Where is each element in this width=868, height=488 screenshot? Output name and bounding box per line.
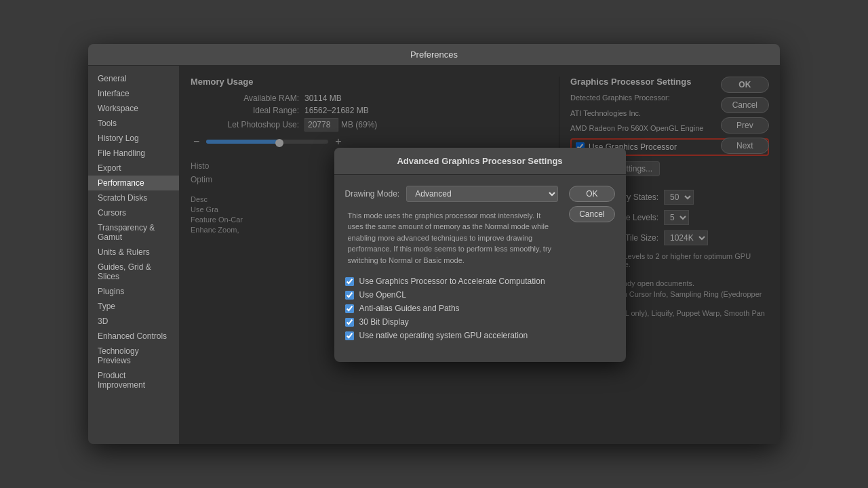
checkbox-opencl-label: Use OpenCL (359, 290, 406, 300)
window-title: Preferences (410, 49, 458, 60)
checkbox-antialias[interactable] (345, 304, 354, 313)
drawing-mode-select[interactable]: Basic Normal Advanced (406, 186, 558, 202)
checkbox-opencl[interactable] (345, 291, 354, 300)
sidebar-item-scratch-disks[interactable]: Scratch Disks (88, 190, 179, 205)
sidebar-item-guides-grid[interactable]: Guides, Grid & Slices (88, 260, 179, 284)
sidebar-item-export[interactable]: Export (88, 161, 179, 176)
checkbox-accelerate[interactable] (345, 277, 354, 286)
prefs-body: OK Cancel Prev Next Memory Usage Availab… (180, 66, 780, 444)
checkbox-native-gpu-label: Use native operating system GPU accelera… (359, 331, 528, 340)
checkbox-accelerate-label: Use Graphics Processor to Accelerate Com… (359, 277, 545, 286)
dialog-cancel-button[interactable]: Cancel (569, 206, 614, 222)
title-bar: Preferences (88, 44, 780, 66)
sidebar-item-tools[interactable]: Tools (88, 116, 179, 131)
sidebar-item-type[interactable]: Type (88, 299, 179, 314)
sidebar-item-interface[interactable]: Interface (88, 86, 179, 101)
check-row-4: Use native operating system GPU accelera… (345, 331, 559, 340)
sidebar-item-plugins[interactable]: Plugins (88, 284, 179, 299)
check-row-1: Use OpenCL (345, 290, 559, 300)
drawing-mode-label: Drawing Mode: (345, 189, 400, 199)
checkbox-30bit[interactable] (345, 318, 354, 327)
sidebar-item-enhanced-controls[interactable]: Enhanced Controls (88, 329, 179, 344)
check-row-0: Use Graphics Processor to Accelerate Com… (345, 277, 559, 286)
sidebar-item-technology-previews[interactable]: Technology Previews (88, 344, 179, 368)
check-row-2: Anti-alias Guides and Paths (345, 304, 559, 313)
sidebar-item-cursors[interactable]: Cursors (88, 205, 179, 220)
dialog-ok-button[interactable]: OK (569, 186, 614, 202)
dialog-description: This mode uses the graphics processor mo… (345, 210, 559, 266)
sidebar: General Interface Workspace Tools Histor… (88, 66, 180, 444)
checkbox-native-gpu[interactable] (345, 331, 354, 340)
sidebar-item-file-handling[interactable]: File Handling (88, 146, 179, 161)
dialog-title: Advanced Graphics Processor Settings (334, 148, 626, 175)
sidebar-item-workspace[interactable]: Workspace (88, 101, 179, 116)
sidebar-item-performance[interactable]: Performance (88, 176, 179, 190)
advanced-gpu-dialog: Advanced Graphics Processor Settings Dra… (334, 148, 626, 363)
sidebar-item-3d[interactable]: 3D (88, 314, 179, 329)
check-row-3: 30 Bit Display (345, 317, 559, 327)
dialog-checkboxes: Use Graphics Processor to Accelerate Com… (345, 277, 559, 340)
preferences-window: Preferences General Interface Workspace … (88, 44, 780, 444)
sidebar-item-units-rulers[interactable]: Units & Rulers (88, 245, 179, 260)
sidebar-item-history-log[interactable]: History Log (88, 131, 179, 146)
dialog-side-buttons: OK Cancel (569, 175, 625, 363)
dialog-inner: Drawing Mode: Basic Normal Advanced This… (334, 175, 626, 363)
sidebar-item-general[interactable]: General (88, 71, 179, 86)
dialog-main: Drawing Mode: Basic Normal Advanced This… (334, 175, 570, 363)
checkbox-30bit-label: 30 Bit Display (359, 317, 409, 327)
sidebar-item-product-improvement[interactable]: Product Improvement (88, 368, 179, 392)
sidebar-item-transparency-gamut[interactable]: Transparency & Gamut (88, 220, 179, 245)
drawing-mode-row: Drawing Mode: Basic Normal Advanced (345, 186, 559, 202)
checkbox-antialias-label: Anti-alias Guides and Paths (359, 304, 460, 313)
dialog-overlay: Advanced Graphics Processor Settings Dra… (180, 66, 780, 444)
